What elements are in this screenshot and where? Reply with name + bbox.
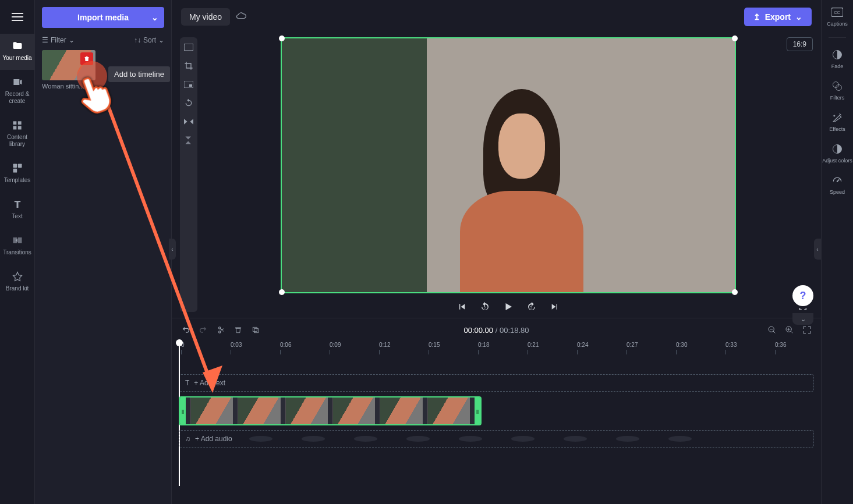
nav-transitions[interactable]: Transitions (0, 228, 35, 264)
nav-label: Templates (4, 177, 31, 184)
forward-5-icon[interactable]: 5 (526, 301, 537, 312)
nav-label: Transitions (3, 249, 31, 256)
rotate-icon[interactable] (183, 98, 194, 108)
sort-button[interactable]: ↑↓ Sort ⌄ (134, 36, 164, 44)
text-icon (11, 198, 24, 211)
crop-icon[interactable] (183, 61, 194, 71)
fade-button[interactable]: Fade (831, 48, 844, 69)
delete-icon[interactable] (233, 325, 243, 335)
skip-start-icon[interactable] (456, 301, 467, 312)
cloud-sync-icon[interactable] (236, 10, 246, 23)
nav-brand-kit[interactable]: Brand kit (0, 264, 35, 300)
resize-handle-bl[interactable] (279, 289, 285, 295)
zoom-fit-icon[interactable] (802, 325, 812, 335)
add-to-timeline-tooltip: Add to timeline (108, 66, 170, 82)
import-media-button[interactable]: Import media ⌄ (42, 7, 164, 28)
rewind-5-icon[interactable]: 5 (480, 301, 490, 312)
delete-button[interactable] (80, 52, 93, 65)
fit-icon[interactable] (183, 42, 194, 52)
preview-canvas[interactable] (281, 37, 736, 293)
fade-icon (831, 48, 844, 61)
export-button[interactable]: ↥ Export ⌄ (744, 8, 812, 26)
hamburger-icon (12, 13, 23, 21)
nav-text[interactable]: Text (0, 192, 35, 228)
svg-rect-0 (13, 121, 16, 125)
ruler-tick: 0:18 (478, 342, 489, 348)
rail-label: Effects (829, 126, 845, 132)
clip-left-handle[interactable]: || (180, 397, 186, 424)
svg-rect-11 (189, 84, 192, 87)
ruler-tick: 0:09 (330, 342, 341, 348)
audio-track-placeholder: + Add audio (195, 435, 232, 443)
clip-frame (427, 397, 470, 424)
text-icon: T (185, 379, 189, 387)
zoom-out-icon[interactable] (767, 325, 777, 335)
ruler-tick: 0:06 (280, 342, 291, 348)
svg-rect-3 (17, 126, 21, 130)
filters-button[interactable]: Filters (830, 80, 845, 101)
svg-rect-15 (254, 329, 259, 333)
text-track[interactable]: T + Add text (179, 374, 814, 392)
playhead-handle-icon (176, 339, 183, 346)
adjust-colors-button[interactable]: Adjust colors (822, 143, 852, 164)
timeline: 00:00.00 / 00:18.80 00:030:060:090:120:1… (172, 318, 821, 504)
flip-h-icon[interactable] (183, 116, 194, 127)
clip-right-handle[interactable]: || (475, 397, 480, 424)
transitions-icon (11, 234, 24, 247)
svg-rect-14 (253, 327, 257, 331)
video-clip[interactable]: || || (179, 396, 482, 425)
ruler-tick: 0:33 (725, 342, 737, 348)
play-button[interactable] (503, 301, 514, 312)
audio-track[interactable]: ♫ + Add audio (179, 430, 814, 448)
nav-content-library[interactable]: Content library (0, 113, 35, 156)
collapse-preview-button[interactable]: ⌄ (792, 313, 813, 325)
rail-label: Fade (831, 63, 844, 69)
undo-icon[interactable] (181, 325, 190, 335)
skip-end-icon[interactable] (550, 301, 560, 312)
svg-rect-4 (13, 164, 17, 168)
rail-label: Speed (830, 189, 845, 195)
resize-handle-br[interactable] (732, 289, 738, 295)
project-title-input[interactable]: My video (181, 8, 230, 26)
timeline-toolbar: 00:00.00 / 00:18.80 (172, 318, 821, 342)
captions-icon: CC (831, 6, 844, 19)
chevron-down-icon: ⌄ (795, 12, 802, 22)
media-thumbnail[interactable]: Woman sittin... (42, 50, 95, 90)
svg-text:CC: CC (834, 10, 840, 15)
help-button[interactable]: ? (792, 285, 813, 306)
svg-rect-2 (13, 126, 16, 130)
svg-rect-5 (17, 164, 22, 168)
zoom-in-icon[interactable] (785, 325, 794, 335)
effects-button[interactable]: Effects (829, 111, 845, 132)
thumbnail-label: Woman sittin... (42, 83, 95, 90)
svg-text:5: 5 (530, 306, 532, 309)
nav-your-media[interactable]: Your media (0, 34, 35, 70)
sort-icon: ↑↓ (134, 36, 141, 44)
captions-button[interactable]: CC Captions (827, 6, 848, 27)
pip-icon[interactable] (183, 79, 194, 90)
resize-handle-tl[interactable] (279, 36, 285, 41)
resize-handle-tr[interactable] (732, 36, 738, 41)
collapse-right-panel-button[interactable]: ‹ (814, 239, 821, 260)
duplicate-icon[interactable] (251, 325, 260, 335)
svg-point-24 (837, 180, 838, 182)
camera-icon (11, 76, 24, 88)
total-time: 00:18.80 (500, 326, 529, 335)
filters-icon (831, 80, 844, 93)
ruler-tick: 0:15 (429, 342, 440, 348)
nav-record-create[interactable]: Record & create (0, 70, 35, 113)
canvas-toolbar (180, 37, 197, 312)
redo-icon[interactable] (199, 325, 208, 335)
collapse-media-panel-button[interactable]: ‹ (169, 239, 176, 260)
nav-label: Content library (0, 134, 35, 148)
speed-icon (831, 174, 844, 187)
nav-templates[interactable]: Templates (0, 156, 35, 192)
speed-button[interactable]: Speed (830, 174, 845, 195)
menu-button[interactable] (0, 0, 35, 34)
brand-icon (11, 270, 24, 283)
flip-v-icon[interactable] (183, 135, 194, 145)
nav-label: Your media (2, 55, 31, 62)
timeline-ruler[interactable]: 00:030:060:090:120:150:180:210:240:270:3… (172, 342, 821, 356)
filter-button[interactable]: ☰ Filter ⌄ (42, 36, 75, 44)
split-icon[interactable] (216, 325, 225, 335)
